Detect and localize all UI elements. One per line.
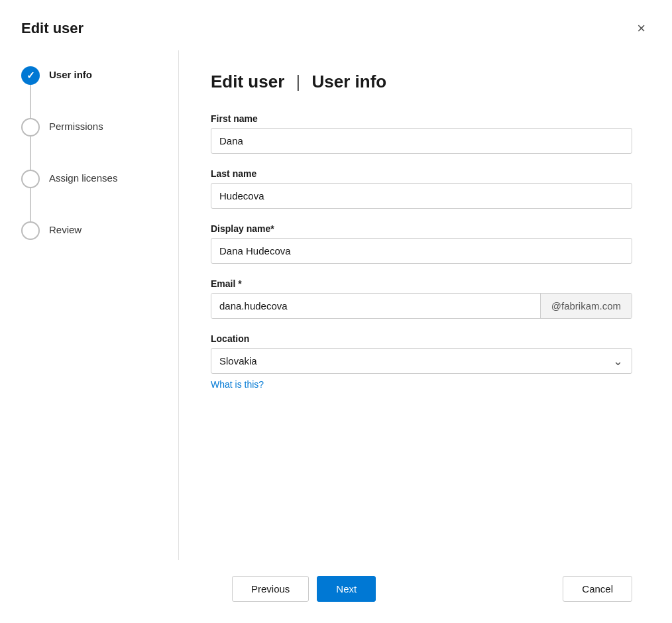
display-name-input[interactable] [211, 238, 632, 264]
step-connector-2 [30, 137, 31, 170]
dialog-title: Edit user [21, 20, 84, 37]
email-domain-suffix: @fabrikam.com [540, 294, 632, 318]
sidebar: ✓ User info Permissions [0, 50, 179, 560]
first-name-group: First name [211, 113, 632, 154]
first-name-input[interactable] [211, 128, 632, 154]
step-review[interactable]: Review [21, 221, 178, 240]
dialog-body: ✓ User info Permissions [0, 50, 672, 560]
step-label-assign-licenses: Assign licenses [49, 170, 117, 184]
previous-button[interactable]: Previous [232, 576, 309, 602]
first-name-label: First name [211, 113, 632, 124]
location-select[interactable]: Slovakia United States United Kingdom Ge… [211, 348, 632, 374]
step-circle-assign-licenses [21, 170, 40, 188]
step-label-user-info: User info [49, 66, 92, 80]
step-circle-permissions [21, 118, 40, 137]
step-label-permissions: Permissions [49, 118, 103, 132]
edit-user-dialog: Edit user × ✓ User info [0, 0, 672, 623]
cancel-button[interactable]: Cancel [563, 576, 632, 602]
email-row: @fabrikam.com [211, 293, 632, 319]
last-name-input[interactable] [211, 183, 632, 209]
what-is-this-link[interactable]: What is this? [211, 379, 264, 390]
email-label: Email * [211, 278, 632, 289]
step-assign-licenses[interactable]: Assign licenses [21, 170, 178, 221]
email-local-input[interactable] [211, 294, 540, 318]
footer-left: Previous Next [232, 576, 376, 602]
step-circle-user-info: ✓ [21, 66, 40, 85]
dialog-header: Edit user × [0, 0, 672, 50]
step-connector-3 [30, 188, 31, 221]
dialog-footer: Previous Next Cancel [0, 560, 672, 623]
section-title-separator: | [296, 72, 300, 91]
last-name-group: Last name [211, 168, 632, 209]
location-select-wrapper: Slovakia United States United Kingdom Ge… [211, 348, 632, 374]
step-label-review: Review [49, 221, 82, 235]
section-title-prefix: Edit user [211, 72, 284, 91]
step-connector-1 [30, 85, 31, 118]
display-name-label: Display name* [211, 223, 632, 234]
display-name-group: Display name* [211, 223, 632, 264]
main-content: Edit user | User info First name Last na… [179, 50, 672, 560]
location-group: Location Slovakia United States United K… [211, 333, 632, 390]
step-circle-review [21, 221, 40, 240]
step-user-info[interactable]: ✓ User info [21, 66, 178, 118]
section-title-suffix: User info [311, 72, 386, 91]
last-name-label: Last name [211, 168, 632, 179]
email-group: Email * @fabrikam.com [211, 278, 632, 319]
checkmark-icon: ✓ [27, 70, 35, 82]
section-title: Edit user | User info [211, 72, 632, 92]
step-permissions[interactable]: Permissions [21, 118, 178, 170]
location-label: Location [211, 333, 632, 344]
next-button[interactable]: Next [317, 576, 376, 602]
close-button[interactable]: × [632, 19, 651, 38]
